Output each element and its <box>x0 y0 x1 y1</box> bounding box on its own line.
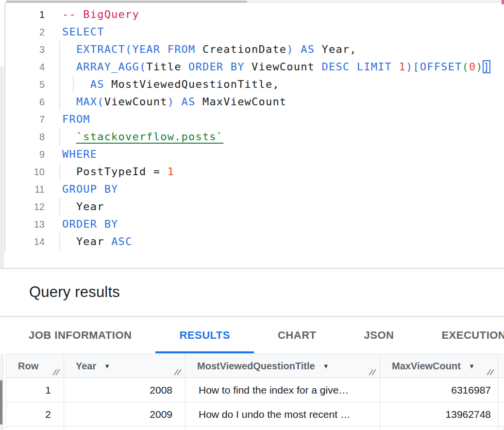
code-line-text[interactable]: SELECT <box>62 23 104 41</box>
code-token: Year <box>76 200 104 213</box>
table-cell: 2009 <box>64 402 185 426</box>
line-number: 5 <box>5 76 45 93</box>
table-cell: 2 <box>6 402 64 426</box>
code-line[interactable]: 2SELECT <box>5 23 490 41</box>
tab-label: JOB INFORMATION <box>29 329 132 341</box>
code-line-text[interactable]: EXTRACT(YEAR FROM CreationDate) AS Year, <box>62 41 357 58</box>
code-token <box>62 131 76 143</box>
code-line[interactable]: 6 MAX(ViewCount) AS MaxViewCount <box>5 93 490 111</box>
code-token <box>160 43 167 55</box>
line-number: 3 <box>5 41 45 58</box>
code-line-text[interactable]: ARRAY_AGG(Title ORDER BY ViewCount DESC … <box>62 58 490 76</box>
column-menu-icon[interactable]: ▼ <box>323 363 329 370</box>
code-token: MAX <box>76 96 97 108</box>
results-table: RowYear▼MostViewedQuestionTitle▼MaxViewC… <box>6 354 504 430</box>
tab-label: CHART <box>278 329 317 341</box>
line-number: 8 <box>5 128 45 146</box>
code-line[interactable]: 7FROM <box>5 111 490 128</box>
table-header-row: RowYear▼MostViewedQuestionTitle▼MaxViewC… <box>6 354 504 378</box>
query-results-heading: Query results <box>29 283 120 301</box>
code-line[interactable]: 10 PostTypeId = 1 <box>5 163 490 181</box>
sql-editor[interactable]: 1-- BigQuery2SELECT3 EXTRACT(YEAR FROM C… <box>0 0 504 268</box>
code-token <box>182 61 188 73</box>
code-line[interactable]: 1-- BigQuery <box>5 6 490 23</box>
code-token <box>62 96 76 108</box>
code-line-text[interactable]: WHERE <box>62 146 97 163</box>
code-token <box>315 61 321 73</box>
code-line-text[interactable]: GROUP BY <box>62 181 118 198</box>
code-token: CreationDate <box>202 43 286 55</box>
column-resize-icon[interactable] <box>487 369 493 376</box>
column-header-row[interactable]: Row <box>6 354 64 378</box>
table-cell: 2008 <box>64 378 185 402</box>
code-line-text[interactable]: -- BigQuery <box>62 6 139 23</box>
code-token: ORDER BY <box>188 61 245 73</box>
code-token <box>174 96 181 108</box>
code-line-text[interactable]: AS MostViewedQuestionTitle, <box>62 76 280 93</box>
line-number: 14 <box>5 233 45 250</box>
column-header-mostviewedquestiontitle[interactable]: MostViewedQuestionTitle▼ <box>185 354 380 378</box>
code-token: ) <box>168 96 174 108</box>
tab-job-information[interactable]: JOB INFORMATION <box>5 317 155 354</box>
code-line[interactable]: 9WHERE <box>5 146 490 163</box>
column-header-year[interactable]: Year▼ <box>64 354 185 378</box>
code-token: ( <box>125 43 132 55</box>
code-line[interactable]: 5 AS MostViewedQuestionTitle, <box>5 76 490 93</box>
code-line-text[interactable]: ORDER BY <box>62 215 118 233</box>
code-token: MaxViewCount <box>202 96 286 108</box>
tab-json[interactable]: JSON <box>340 317 418 354</box>
code-line-text[interactable]: Year <box>62 198 104 215</box>
column-menu-icon[interactable]: ▼ <box>104 363 110 370</box>
overview-ruler-mark <box>502 0 504 4</box>
code-token: 1 <box>168 165 174 178</box>
bigquery-results-panel: 1-- BigQuery2SELECT3 EXTRACT(YEAR FROM C… <box>0 0 504 430</box>
code-token: 0 <box>469 61 476 73</box>
tab-chart[interactable]: CHART <box>254 317 340 354</box>
code-token: AS <box>182 96 196 108</box>
column-header-label: Year <box>76 361 96 372</box>
code-token <box>62 43 76 55</box>
column-header-label: Row <box>18 361 38 372</box>
results-vscrollbar-track[interactable] <box>0 354 3 430</box>
tab-execution-details[interactable]: EXECUTION DETAILS <box>418 317 504 354</box>
code-token <box>62 78 90 90</box>
code-token <box>62 61 76 73</box>
code-token <box>196 96 202 108</box>
code-line-text[interactable]: PostTypeId = 1 <box>62 163 174 181</box>
code-line-text[interactable]: MAX(ViewCount) AS MaxViewCount <box>62 93 286 111</box>
column-resize-icon[interactable] <box>52 369 59 376</box>
code-token: ] <box>483 61 490 73</box>
table-cell <box>498 378 504 402</box>
code-token: WHERE <box>62 148 97 160</box>
code-line[interactable]: 14 Year ASC <box>5 233 490 250</box>
code-line[interactable]: 4 ARRAY_AGG(Title ORDER BY ViewCount DES… <box>5 58 490 76</box>
code-token <box>104 235 111 248</box>
column-resize-icon[interactable] <box>174 369 181 376</box>
editor-hscrollbar-thumb[interactable] <box>6 0 247 3</box>
tab-label: EXECUTION DETAILS <box>441 329 504 341</box>
code-token: -- BigQuery <box>62 8 139 20</box>
code-token <box>62 200 76 213</box>
code-token: )[ <box>406 61 420 73</box>
code-line[interactable]: 3 EXTRACT(YEAR FROM CreationDate) AS Yea… <box>5 41 490 58</box>
table-reference-link[interactable]: `stackoverflow.posts` <box>76 131 223 143</box>
line-number: 2 <box>5 23 45 41</box>
code-line-text[interactable]: `stackoverflow.posts` <box>62 128 223 146</box>
column-menu-icon[interactable]: ▼ <box>469 363 475 370</box>
column-header-maxviewcount[interactable]: MaxViewCount▼ <box>380 354 498 378</box>
results-vscrollbar-thumb[interactable] <box>0 380 2 425</box>
table-cell <box>64 427 185 430</box>
code-token <box>294 43 301 55</box>
code-line[interactable]: 8 `stackoverflow.posts` <box>5 128 490 146</box>
code-line-text[interactable]: FROM <box>62 111 90 128</box>
tab-results[interactable]: RESULTS <box>155 317 254 354</box>
table-row-partial <box>6 427 504 430</box>
code-line-text[interactable]: Year ASC <box>62 233 132 250</box>
code-line[interactable]: 11GROUP BY <box>5 181 490 198</box>
table-cell <box>498 402 504 426</box>
code-line[interactable]: 13ORDER BY <box>5 215 490 233</box>
column-resize-icon[interactable] <box>369 369 375 376</box>
code-line[interactable]: 12 Year <box>5 198 490 215</box>
code-lines[interactable]: 1-- BigQuery2SELECT3 EXTRACT(YEAR FROM C… <box>5 6 490 250</box>
code-token <box>315 43 321 55</box>
